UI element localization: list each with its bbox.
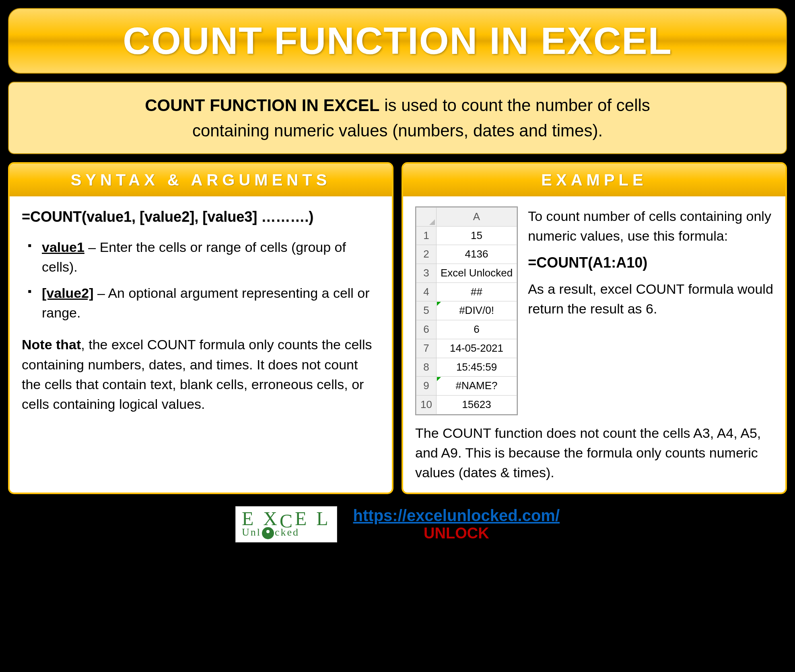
sheet-row: 1015623 xyxy=(416,395,517,414)
sheet-row: 24136 xyxy=(416,245,517,264)
sheet-row-num: 10 xyxy=(416,395,437,414)
page-title: COUNT FUNCTION IN EXCEL xyxy=(17,19,778,63)
example-header: EXAMPLE xyxy=(403,164,785,196)
sheet-cell: 6 xyxy=(436,320,517,339)
sheet-row-num: 6 xyxy=(416,320,437,339)
sheet-row-num: 4 xyxy=(416,282,437,301)
sheet-cell: Excel Unlocked xyxy=(436,264,517,283)
syntax-note: Note that, the excel COUNT formula only … xyxy=(22,335,380,414)
sheet-row: 66 xyxy=(416,320,517,339)
example-body: A 115241363Excel Unlocked4##5#DIV/0!6671… xyxy=(403,196,785,493)
keyhole-icon xyxy=(262,527,274,539)
example-result: As a result, excel COUNT formula would r… xyxy=(528,279,773,319)
sheet-row-num: 5 xyxy=(416,301,437,320)
example-panel: EXAMPLE A 115241363Excel Unlocked4##5#DI… xyxy=(402,162,787,494)
sheet-row: 5#DIV/0! xyxy=(416,301,517,320)
sheet-table: A 115241363Excel Unlocked4##5#DIV/0!6671… xyxy=(416,207,517,414)
sheet-cell: 14-05-2021 xyxy=(436,339,517,358)
logo-text: E XCE L Unlcked xyxy=(242,510,331,539)
sheet-cell: 15 xyxy=(436,226,517,245)
sheet-cell: #NAME? xyxy=(436,377,517,396)
example-text: To count number of cells containing only… xyxy=(528,206,773,415)
example-formula: =COUNT(A1:A10) xyxy=(528,252,773,273)
sheet-row: 9#NAME? xyxy=(416,377,517,396)
title-bar: COUNT FUNCTION IN EXCEL xyxy=(8,8,787,74)
columns: SYNTAX & ARGUMENTS =COUNT(value1, [value… xyxy=(8,162,787,494)
infographic-root: COUNT FUNCTION IN EXCEL COUNT FUNCTION I… xyxy=(8,8,787,664)
sheet-row-num: 8 xyxy=(416,358,437,377)
arg-item: [value2] – An optional argument represen… xyxy=(26,283,380,323)
logo-top: E XCE L xyxy=(242,510,331,527)
arg-item: value1 – Enter the cells or range of cel… xyxy=(26,237,380,277)
sheet-cell: 4136 xyxy=(436,245,517,264)
sheet-row: 714-05-2021 xyxy=(416,339,517,358)
sheet-col-a-header: A xyxy=(436,208,517,227)
desc-rest1: is used to count the number of cells xyxy=(379,96,650,115)
example-wrap: A 115241363Excel Unlocked4##5#DIV/0!6671… xyxy=(415,206,773,415)
logo: E XCE L Unlcked xyxy=(235,506,337,542)
syntax-header: SYNTAX & ARGUMENTS xyxy=(10,164,392,196)
syntax-panel: SYNTAX & ARGUMENTS =COUNT(value1, [value… xyxy=(8,162,393,494)
syntax-body: =COUNT(value1, [value2], [value3] ……….) … xyxy=(10,196,392,493)
sheet-corner xyxy=(416,208,437,227)
mini-spreadsheet: A 115241363Excel Unlocked4##5#DIV/0!6671… xyxy=(415,206,518,415)
sheet-cell: 15623 xyxy=(436,395,517,414)
example-intro: To count number of cells containing only… xyxy=(528,206,773,246)
sheet-row: 815:45:59 xyxy=(416,358,517,377)
sheet-row-num: 1 xyxy=(416,226,437,245)
sheet-row-num: 9 xyxy=(416,377,437,396)
footer-link[interactable]: https://excelunlocked.com/ xyxy=(353,507,560,524)
arg2-name: [value2] xyxy=(42,285,94,301)
sheet-row: 3Excel Unlocked xyxy=(416,264,517,283)
description-bar: COUNT FUNCTION IN EXCEL is used to count… xyxy=(8,82,787,154)
sheet-row-num: 7 xyxy=(416,339,437,358)
sheet-row: 115 xyxy=(416,226,517,245)
args-list: value1 – Enter the cells or range of cel… xyxy=(22,237,380,323)
footer-right: https://excelunlocked.com/ UNLOCK xyxy=(353,507,560,542)
desc-bold: COUNT FUNCTION IN EXCEL xyxy=(145,96,379,115)
sheet-body: 115241363Excel Unlocked4##5#DIV/0!66714-… xyxy=(416,226,517,414)
note-bold: Note that xyxy=(22,337,81,352)
sheet-row-num: 3 xyxy=(416,264,437,283)
footer: E XCE L Unlcked https://excelunlocked.co… xyxy=(8,502,787,546)
sheet-cell: #DIV/0! xyxy=(436,301,517,320)
sheet-header-row: A xyxy=(416,208,517,227)
syntax-formula: =COUNT(value1, [value2], [value3] ……….) xyxy=(22,206,380,227)
desc-line2: containing numeric values (numbers, date… xyxy=(192,121,603,140)
arg1-name: value1 xyxy=(42,239,84,255)
footer-unlock: UNLOCK xyxy=(353,525,560,542)
sheet-row-num: 2 xyxy=(416,245,437,264)
arg1-text: – Enter the cells or range of cells (gro… xyxy=(42,239,346,274)
sheet-cell: ## xyxy=(436,282,517,301)
example-below: The COUNT function does not count the ce… xyxy=(415,423,773,483)
sheet-row: 4## xyxy=(416,282,517,301)
sheet-cell: 15:45:59 xyxy=(436,358,517,377)
